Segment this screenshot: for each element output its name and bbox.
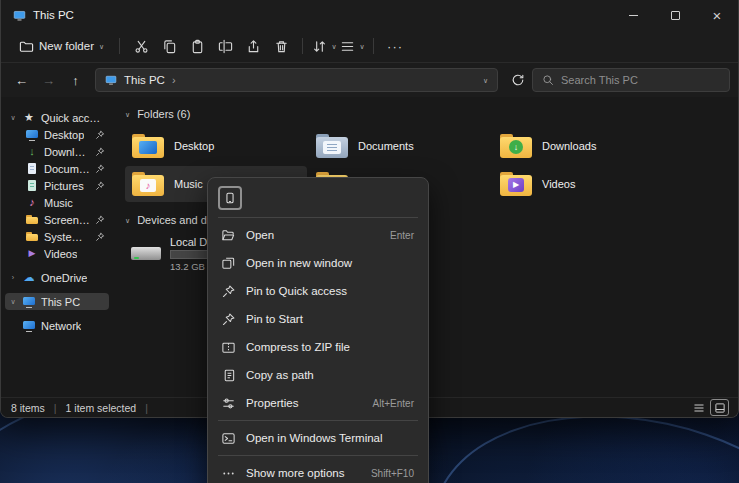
menu-item-shortcut: Alt+Enter [363, 398, 414, 409]
menu-item-label: Compress to ZIP file [246, 341, 350, 353]
menu-item-label: Open in Windows Terminal [246, 432, 383, 444]
sidebar-item-screenshots[interactable]: Screenshots [5, 211, 109, 228]
delete-button[interactable] [267, 33, 295, 59]
address-dropdown-icon[interactable]: ∨ [483, 77, 488, 84]
details-view-button[interactable] [690, 400, 707, 415]
pin-icon [221, 312, 236, 327]
menu-item-show-more[interactable]: Show more options Shift+F10 [212, 459, 424, 483]
menu-item-open-new-window[interactable]: Open in new window [212, 249, 424, 277]
folder-name: Videos [542, 178, 575, 190]
maximize-button[interactable] [654, 0, 696, 30]
back-button[interactable]: ← [9, 68, 34, 93]
sidebar-item-label: Network [41, 320, 81, 332]
sidebar-item-system32[interactable]: System32 [5, 228, 109, 245]
large-icons-view-button[interactable] [711, 400, 728, 415]
menu-item-open-terminal[interactable]: Open in Windows Terminal [212, 424, 424, 452]
up-icon: ↑ [72, 73, 79, 88]
menu-item-properties[interactable]: Properties Alt+Enter [212, 389, 424, 417]
sidebar-item-quick-access[interactable]: ∨ ★ Quick access [5, 109, 109, 126]
folders-section-header[interactable]: ∨ Folders (6) [125, 108, 738, 120]
sidebar-item-label: OneDrive [41, 272, 87, 284]
chevron-down-icon: ∨ [360, 43, 365, 50]
sidebar-item-downloads[interactable]: ↓ Downloads [5, 143, 109, 160]
chevron-down-icon[interactable]: ∨ [9, 114, 17, 122]
documents-folder-icon [315, 132, 349, 160]
rename-button[interactable] [211, 33, 239, 59]
search-input[interactable] [561, 74, 720, 86]
folder-tile-downloads[interactable]: ↓ Downloads [493, 128, 675, 164]
sidebar-item-videos[interactable]: ▶ Videos [5, 245, 109, 262]
pin-icon [221, 284, 236, 299]
new-folder-icon [19, 39, 34, 54]
refresh-button[interactable] [505, 68, 530, 93]
chevron-down-icon: ∨ [125, 217, 130, 224]
folder-name: Documents [358, 140, 414, 152]
forward-button[interactable]: → [36, 68, 61, 93]
sort-button[interactable]: ∨ [310, 33, 338, 59]
onedrive-cloud-icon: ☁ [22, 271, 36, 284]
cut-button[interactable] [127, 33, 155, 59]
view-button[interactable]: ∨ [338, 33, 366, 59]
sidebar-item-network[interactable]: Network [5, 317, 109, 334]
menu-item-label: Copy as path [246, 369, 314, 381]
menu-item-pin-quick-access[interactable]: Pin to Quick access [212, 277, 424, 305]
share-icon [246, 39, 261, 54]
menu-item-shortcut: Shift+F10 [361, 468, 414, 479]
menu-item-compress-zip[interactable]: Compress to ZIP file [212, 333, 424, 361]
sidebar-item-onedrive[interactable]: › ☁ OneDrive [5, 269, 109, 286]
pin-icon [95, 130, 105, 140]
sidebar-item-label: Downloads [44, 146, 90, 158]
sidebar-item-music[interactable]: ♪ Music [5, 194, 109, 211]
folder-icon [25, 213, 39, 226]
sidebar-item-desktop[interactable]: Desktop [5, 126, 109, 143]
minimize-button[interactable] [612, 0, 654, 30]
folder-icon [25, 230, 39, 243]
pin-icon [95, 232, 105, 242]
pin-icon [95, 164, 105, 174]
folder-tile-desktop[interactable]: Desktop [125, 128, 307, 164]
up-button[interactable]: ↑ [63, 68, 88, 93]
sidebar-gap [5, 310, 109, 317]
this-pc-icon [105, 74, 117, 86]
more-options-button[interactable]: ··· [381, 33, 409, 59]
folder-tile-videos[interactable]: ▶ Videos [493, 166, 675, 202]
menu-item-copy-as-path[interactable]: Copy as path [212, 361, 424, 389]
view-icon [340, 39, 355, 54]
address-bar[interactable]: This PC › ∨ [95, 68, 498, 92]
videos-folder-icon: ▶ [499, 170, 533, 198]
sidebar-item-pictures[interactable]: Pictures [5, 177, 109, 194]
copy-button[interactable] [218, 186, 242, 210]
status-divider: | [54, 402, 57, 414]
caption-buttons: × [612, 0, 738, 30]
chevron-down-icon: ∨ [99, 43, 104, 50]
chevron-down-icon[interactable]: ∨ [9, 298, 17, 306]
downloads-icon: ↓ [25, 145, 39, 158]
menu-item-pin-start[interactable]: Pin to Start [212, 305, 424, 333]
network-icon [22, 319, 36, 332]
sidebar-item-label: Documents [44, 163, 90, 175]
new-folder-button[interactable]: New folder ∨ [11, 33, 112, 59]
folder-name: Downloads [542, 140, 596, 152]
sidebar-item-documents[interactable]: Documents [5, 160, 109, 177]
breadcrumb-chevron-icon[interactable]: › [172, 74, 176, 86]
toolbar-divider [302, 38, 303, 54]
sidebar-item-label: Music [44, 197, 73, 209]
tab-title: This PC [33, 9, 74, 21]
share-button[interactable] [239, 33, 267, 59]
menu-item-label: Pin to Quick access [246, 285, 347, 297]
copy-button[interactable] [155, 33, 183, 59]
explorer-tab[interactable]: This PC [1, 0, 86, 30]
videos-icon: ▶ [25, 247, 39, 260]
back-icon: ← [15, 73, 28, 88]
menu-item-open[interactable]: Open Enter [212, 221, 424, 249]
chevron-right-icon[interactable]: › [9, 274, 17, 281]
chevron-down-icon: ∨ [332, 43, 337, 50]
folder-tile-documents[interactable]: Documents [309, 128, 491, 164]
music-folder-icon: ♪ [131, 170, 165, 198]
copy-icon [223, 191, 237, 205]
close-button[interactable]: × [696, 0, 738, 30]
breadcrumb[interactable]: This PC [124, 74, 165, 86]
search-icon [542, 74, 554, 86]
sidebar-item-this-pc[interactable]: ∨ This PC [5, 293, 109, 310]
paste-button[interactable] [183, 33, 211, 59]
